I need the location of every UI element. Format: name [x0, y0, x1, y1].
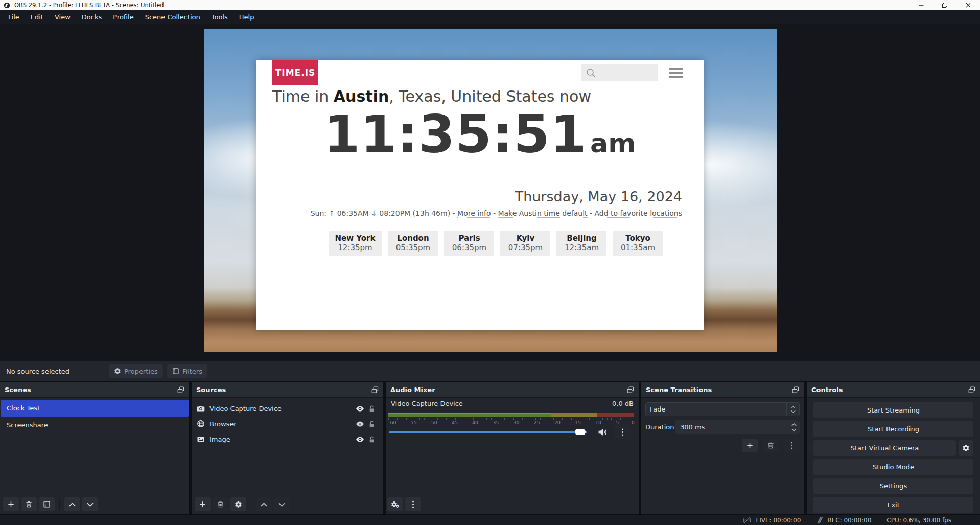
start-virtual-camera-button[interactable]: Start Virtual Camera: [813, 440, 956, 456]
volume-slider[interactable]: [389, 431, 587, 433]
kebab-menu-icon: [412, 504, 414, 505]
volume-slider-handle[interactable]: [575, 429, 586, 435]
properties-button[interactable]: Properties: [109, 364, 163, 378]
restore-button[interactable]: [933, 0, 956, 10]
window-title: OBS 29.1.2 - Profile: LLHLS BETA - Scene…: [14, 0, 164, 10]
source-item-image[interactable]: Image: [192, 431, 383, 447]
scene-transitions-panel: Scene Transitions Fade Duration 300 ms: [641, 382, 804, 514]
city-box: Paris06:35pm: [444, 231, 494, 256]
lock-icon[interactable]: [366, 436, 378, 443]
scene-item-clock-test[interactable]: Clock Test: [1, 400, 189, 417]
transition-select[interactable]: Fade: [645, 402, 800, 416]
popout-icon[interactable]: [968, 386, 975, 394]
start-recording-button[interactable]: Start Recording: [813, 421, 973, 437]
city-box: New York12:35pm: [329, 231, 382, 256]
timeis-logo: TIME.IS: [272, 60, 318, 85]
duration-spinner[interactable]: 300 ms: [675, 420, 800, 434]
add-source-button[interactable]: [195, 497, 211, 511]
mixer-toolbar: [387, 497, 421, 511]
visibility-eye-icon[interactable]: [354, 435, 366, 444]
image-icon: [197, 435, 205, 443]
chevron-up-down-icon: [786, 403, 799, 416]
remove-transition-button[interactable]: [763, 439, 779, 452]
menu-help[interactable]: Help: [234, 10, 260, 24]
menu-file[interactable]: File: [3, 10, 25, 24]
dock-area: Scenes Clock Test Screenshare Sources: [0, 381, 980, 515]
menu-view[interactable]: View: [49, 10, 76, 24]
menu-docks[interactable]: Docks: [76, 10, 107, 24]
visibility-eye-icon[interactable]: [354, 404, 366, 413]
move-source-down-button[interactable]: [274, 497, 290, 511]
close-button[interactable]: [956, 0, 980, 10]
clock-ampm: am: [590, 128, 636, 158]
exit-button[interactable]: Exit: [813, 497, 973, 513]
controls-title: Controls: [811, 386, 968, 394]
move-source-up-button[interactable]: [256, 497, 272, 511]
sources-panel: Sources Video Capture Device Browser: [192, 382, 383, 514]
menu-bar: File Edit View Docks Profile Scene Colle…: [0, 10, 980, 24]
controls-panel: Controls Start Streaming Start Recording…: [807, 382, 980, 514]
filter-icon: [172, 368, 179, 375]
popout-icon[interactable]: [371, 386, 379, 394]
timeis-date: Thursday, May 16, 2024: [256, 189, 682, 204]
visibility-eye-icon[interactable]: [354, 420, 366, 428]
menu-scene-collection[interactable]: Scene Collection: [139, 10, 206, 24]
browser-source-timeis[interactable]: TIME.IS Time in Austin, Texas, United St…: [256, 60, 704, 330]
mixer-menu-button[interactable]: [405, 497, 421, 511]
mixer-options-button[interactable]: [614, 425, 631, 439]
source-context-toolbar: No source selected Properties Filters: [0, 361, 980, 381]
hamburger-menu-icon: [669, 68, 683, 78]
duration-label: Duration: [645, 420, 674, 434]
move-scene-up-button[interactable]: [64, 497, 80, 511]
menu-tools[interactable]: Tools: [206, 10, 234, 24]
transitions-title: Scene Transitions: [646, 386, 792, 394]
source-properties-button[interactable]: [230, 497, 246, 511]
scene-filters-button[interactable]: [39, 497, 55, 511]
mixer-channel-name: Video Capture Device: [391, 400, 463, 407]
popout-icon[interactable]: [792, 386, 799, 394]
timeis-heading: Time in Austin, Texas, United States now: [272, 87, 691, 105]
audio-mixer-title: Audio Mixer: [390, 386, 627, 394]
add-favorite-link: Add to favorite locations: [595, 209, 682, 218]
add-transition-button[interactable]: [742, 439, 758, 452]
kebab-menu-icon: [622, 431, 623, 433]
source-item-video-capture[interactable]: Video Capture Device: [192, 401, 383, 416]
popout-icon[interactable]: [177, 386, 184, 394]
scene-canvas[interactable]: TIME.IS Time in Austin, Texas, United St…: [204, 29, 777, 352]
rec-timer: REC: 00:00:00: [827, 517, 871, 524]
obs-logo-icon: [4, 2, 10, 9]
more-info-link: More info: [457, 209, 491, 218]
spin-up-icon[interactable]: [791, 423, 797, 426]
window-titlebar: OBS 29.1.2 - Profile: LLHLS BETA - Scene…: [0, 0, 980, 10]
filters-button[interactable]: Filters: [167, 364, 207, 378]
move-scene-down-button[interactable]: [82, 497, 98, 511]
lock-icon[interactable]: [366, 405, 378, 413]
scene-item-screenshare[interactable]: Screenshare: [1, 417, 189, 433]
virtual-camera-settings-button[interactable]: [959, 440, 973, 456]
sources-toolbar: [195, 497, 290, 511]
meter-scale: -60-55-50-45-40-35-30-25-20-15-10-50: [388, 420, 635, 425]
gear-icon: [962, 444, 970, 452]
spin-down-icon[interactable]: [791, 428, 797, 431]
start-streaming-button[interactable]: Start Streaming: [813, 402, 973, 418]
lock-icon[interactable]: [366, 420, 378, 428]
popout-icon[interactable]: [627, 386, 634, 394]
transition-properties-button[interactable]: [784, 439, 800, 452]
remove-source-button[interactable]: [213, 497, 228, 511]
city-box: Beijing12:35am: [556, 231, 606, 256]
minimize-button[interactable]: [909, 0, 933, 10]
speaker-icon[interactable]: [598, 428, 608, 437]
add-scene-button[interactable]: [3, 497, 19, 511]
live-timer: LIVE: 00:00:00: [756, 517, 801, 524]
source-item-browser[interactable]: Browser: [192, 416, 383, 431]
mixer-channel-db: 0.0 dB: [612, 400, 634, 407]
settings-button[interactable]: Settings: [813, 478, 973, 494]
world-clock-row: New York12:35pm London05:35pm Paris06:35…: [256, 231, 704, 256]
menu-edit[interactable]: Edit: [25, 10, 49, 24]
menu-profile[interactable]: Profile: [107, 10, 139, 24]
studio-mode-button[interactable]: Studio Mode: [813, 459, 973, 475]
audio-mixer-panel: Audio Mixer Video Capture Device 0.0 dB …: [386, 382, 639, 514]
record-inactive-icon: [816, 516, 823, 524]
advanced-audio-button[interactable]: [387, 497, 403, 511]
remove-scene-button[interactable]: [21, 497, 37, 511]
